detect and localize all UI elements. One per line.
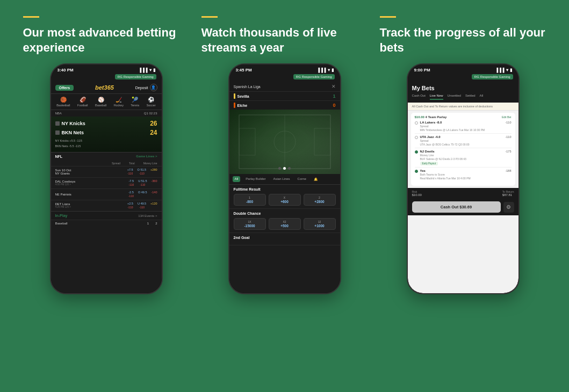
nfl-spread-2[interactable]: -7.5 -110	[128, 179, 134, 186]
market-tab-corne[interactable]: Corne	[296, 176, 308, 182]
nfl-game-lines-link[interactable]: Game Lines >	[136, 155, 157, 158]
odd-1x[interactable]: 1X -15000	[234, 218, 266, 230]
nfl-total-4[interactable]: U 49.5 -110	[138, 202, 146, 209]
team2-logo	[55, 130, 60, 135]
sport-tennis[interactable]: 🎾 Tennis	[131, 97, 139, 107]
nfl-total-1[interactable]: O 51.5 -110	[138, 168, 147, 175]
bet-type: 4 Team Parlay	[425, 115, 446, 119]
mybets-title: My Bets	[412, 85, 514, 91]
risk-value: $10.00	[412, 193, 422, 197]
score-row-2: Elche 0	[229, 100, 340, 110]
nfl-match-1: Sun 10 Oct NY Giants +7.5 -110	[51, 166, 162, 177]
market-fulltime: Fulltime Result 1 -800 X +600 2	[229, 185, 340, 209]
nfl-teams-1: Sun 10 Oct NY Giants +7.5 -110	[55, 168, 157, 175]
tab-all[interactable]: All	[480, 94, 484, 100]
dot-3	[288, 167, 291, 170]
cashout-button[interactable]: Cash Out $30.69	[412, 201, 501, 213]
market-tab-asian[interactable]: Asian Lines	[271, 176, 292, 182]
nba-label: NBA	[55, 112, 62, 115]
basketball-icon: 🏀	[60, 97, 67, 103]
leg1-type: Spread	[420, 125, 503, 128]
sports-nav: 🏀 Basketball 🏈 Football ⚾ Baseball 🏒 Hoc…	[51, 94, 162, 110]
tab-unsettled[interactable]: Unsettled	[448, 94, 461, 100]
nfl-ml-4[interactable]: +120	[150, 202, 157, 209]
game-odds-2: BKN Nets -5.5 -115	[55, 144, 81, 148]
nfl-col-spread: Spread	[112, 162, 120, 165]
baseball-icon: ⚾	[98, 97, 104, 103]
leg3-type: Money Line	[420, 154, 503, 157]
nfl-match-2: DAL Cowboys 4:00 PM 126 > -7.5 -110	[51, 177, 162, 188]
nfl-time-4: 4:25 PM 125 >	[55, 206, 71, 208]
baseball-score2: 2	[155, 222, 157, 225]
nfl-total-2[interactable]: U 51.5 -110	[138, 179, 147, 186]
nfl-label: NFL	[55, 155, 63, 158]
odd-1[interactable]: 1 -800	[234, 194, 266, 206]
bets-notice: All Cash Out and To Return values are in…	[408, 103, 518, 111]
baseball-scores: 1 2	[147, 222, 157, 225]
tab-settled[interactable]: Settled	[465, 94, 476, 100]
odd-12[interactable]: 12 +1000	[304, 218, 336, 230]
inplay-bar: In-Play 134 Events >	[51, 211, 162, 220]
panel-1-title: Our most advanced betting experience	[23, 25, 190, 55]
rg-icon: RG	[118, 75, 123, 78]
leg4-title: Yes	[420, 169, 503, 172]
bet-card-info: $10.00 4 Team Parlay	[415, 115, 447, 119]
sport-baseball[interactable]: ⚾ Baseball	[95, 97, 106, 107]
odd-2[interactable]: 2 +2800	[304, 194, 336, 206]
stream-team2: Elche	[234, 103, 248, 108]
nfl-ml-3[interactable]: -140	[151, 191, 157, 198]
nfl-spread-1[interactable]: +7.5 -110	[127, 168, 133, 175]
odd-x2[interactable]: X2 +500	[269, 218, 301, 230]
account-icon[interactable]: 👤	[150, 84, 157, 91]
market-2ndgoal: 2nd Goal	[229, 233, 340, 245]
p1-header: Offers bet365 Deposit 👤	[51, 82, 162, 94]
svg-rect-4	[314, 128, 330, 155]
inplay-label[interactable]: In-Play	[55, 214, 68, 217]
stream-close-icon[interactable]: ✕	[332, 84, 336, 89]
tab-cashout[interactable]: Cash Out	[412, 94, 426, 100]
rg-label: Responsible Gaming	[124, 75, 154, 78]
panel-1: Our most advanced betting experience 3:4…	[23, 16, 190, 294]
bet-dot-4	[415, 170, 418, 173]
nfl-col-ml: Money Line	[143, 162, 157, 165]
nfl-ml-2[interactable]: -360	[151, 179, 157, 186]
nfl-spread-3[interactable]: -2.5 -110	[128, 191, 134, 198]
wifi-icon-2: ▾	[328, 68, 330, 72]
inplay-count[interactable]: 134 Events >	[138, 214, 157, 217]
phone-1-screen: 3:40 PM ▐▐▐ ▾ ▮ RG Responsible Gaming	[51, 64, 162, 293]
soccer-icon: ⚽	[148, 97, 154, 103]
nfl-teams-4: DET Lions 4:25 PM 125 > +2.5 -110	[55, 202, 157, 209]
offers-button[interactable]: Offers	[55, 85, 74, 91]
market-tab-notify[interactable]: 🔔	[312, 176, 320, 182]
signal-icon-3: ▐▐▐	[495, 68, 504, 72]
nfl-total-3[interactable]: O 49.5	[138, 191, 147, 198]
sport-label-football: Football	[77, 104, 88, 107]
mybets-tabs: Cash Out Live Now Unsettled Settled All	[412, 94, 514, 100]
signal-icon-2: ▐▐▐	[316, 68, 326, 72]
edit-bet-link[interactable]: Edit Bet	[502, 115, 512, 119]
team2-score: 24	[150, 129, 157, 136]
market-tab-all[interactable]: All	[233, 176, 241, 182]
game-odds-1: NY Knicks +5.5 -115	[55, 139, 82, 142]
team1-name-area: NY Knicks	[55, 121, 85, 126]
sport-hockey[interactable]: 🏒 Hockey	[114, 97, 124, 107]
market-tab-parlay[interactable]: Parlay Builder	[243, 176, 268, 182]
nfl-ml-1[interactable]: +280	[150, 168, 157, 175]
svg-rect-3	[239, 128, 255, 155]
stream-score2: 0	[333, 103, 335, 108]
sport-football[interactable]: 🏈 Football	[77, 97, 88, 107]
battery-icon: ▮	[153, 68, 155, 72]
sport-basketball[interactable]: 🏀 Basketball	[56, 97, 70, 107]
leg4-type: Both Teams to Score	[420, 173, 503, 176]
cashout-gear-button[interactable]: ⚙	[503, 202, 514, 213]
baseball-bar: Baseball 1 2	[51, 220, 162, 227]
leg2-title: UTA Jazz -4.0	[420, 135, 503, 139]
tab-livenow[interactable]: Live Now	[430, 94, 443, 100]
odd-x[interactable]: X +600	[269, 194, 301, 206]
rg-bar-2: RG Responsible Gaming	[229, 74, 340, 82]
sport-soccer[interactable]: ⚽ Soccer	[147, 97, 156, 107]
panel-3: Track the progress of all your bets 9:00…	[380, 16, 546, 294]
status-bar-1: 3:40 PM ▐▐▐ ▾ ▮	[51, 64, 162, 74]
nfl-spread-4[interactable]: +2.5 -110	[127, 202, 133, 209]
signal-icon: ▐▐▐	[138, 68, 147, 72]
